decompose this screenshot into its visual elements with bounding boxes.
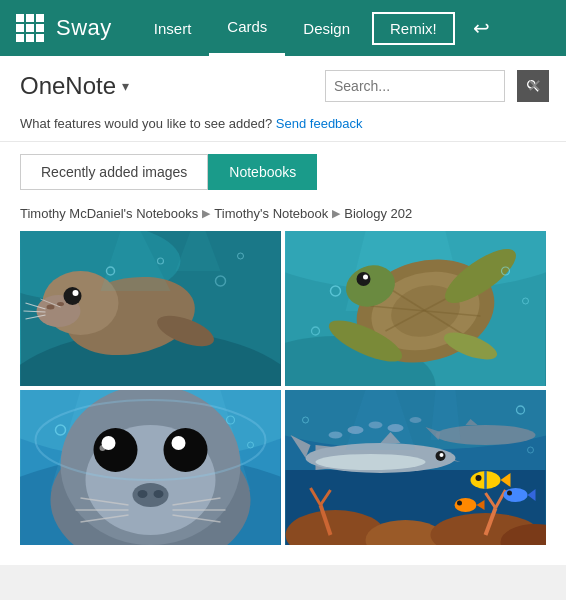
image-cell-2[interactable] xyxy=(20,390,281,545)
breadcrumb-segment-2[interactable]: Biology 202 xyxy=(344,206,412,221)
svg-point-82 xyxy=(316,454,426,470)
nav-item-cards[interactable]: Cards xyxy=(209,0,285,56)
feedback-bar: What features would you like to see adde… xyxy=(0,112,566,142)
svg-point-97 xyxy=(455,498,477,512)
close-icon[interactable]: ✕ xyxy=(523,75,546,97)
brand-logo: Sway xyxy=(56,15,112,41)
grid-menu-icon[interactable] xyxy=(12,10,48,46)
svg-point-54 xyxy=(138,490,148,498)
svg-point-33 xyxy=(363,275,368,280)
svg-point-32 xyxy=(357,272,371,286)
breadcrumb-segment-0[interactable]: Timothy McDaniel's Notebooks xyxy=(20,206,198,221)
svg-point-103 xyxy=(329,432,343,439)
seal2-illustration xyxy=(20,390,281,545)
undo-button[interactable]: ↩ xyxy=(465,12,498,44)
image-cell-1[interactable] xyxy=(285,231,546,386)
tab-notebooks[interactable]: Notebooks xyxy=(208,154,317,190)
turtle-illustration xyxy=(285,231,546,386)
app-title: OneNote ▾ xyxy=(20,72,129,100)
svg-point-9 xyxy=(57,302,64,306)
svg-point-104 xyxy=(410,417,422,423)
svg-point-96 xyxy=(507,491,512,496)
top-nav: Insert Cards Design Remix! ↩ xyxy=(136,0,554,56)
fish-illustration xyxy=(285,390,546,545)
svg-point-94 xyxy=(504,488,528,502)
svg-point-52 xyxy=(100,445,106,451)
main-area: OneNote ▾ ✕ What features would you like… xyxy=(0,56,566,565)
breadcrumb-segment-1[interactable]: Timothy's Notebook xyxy=(214,206,328,221)
svg-point-92 xyxy=(476,475,482,481)
nav-item-insert[interactable]: Insert xyxy=(136,0,210,56)
app-title-text: OneNote xyxy=(20,72,116,100)
breadcrumb-arrow-1: ▶ xyxy=(332,207,340,220)
search-container xyxy=(325,70,505,102)
svg-point-6 xyxy=(64,287,82,305)
breadcrumb-arrow-0: ▶ xyxy=(202,207,210,220)
svg-point-8 xyxy=(47,305,55,310)
breadcrumb: Timothy McDaniel's Notebooks ▶ Timothy's… xyxy=(0,202,566,231)
tab-row: Recently added images Notebooks xyxy=(0,142,566,202)
image-cell-3[interactable] xyxy=(285,390,546,545)
seal1-illustration xyxy=(20,231,281,386)
svg-point-86 xyxy=(440,453,444,457)
grid-dots xyxy=(16,14,44,42)
feedback-link[interactable]: Send feedback xyxy=(276,116,363,131)
title-dropdown-arrow[interactable]: ▾ xyxy=(122,78,129,94)
svg-point-55 xyxy=(154,490,164,498)
svg-point-49 xyxy=(164,428,208,472)
svg-marker-106 xyxy=(431,390,461,440)
nav-item-design[interactable]: Design xyxy=(285,0,368,56)
header-row: OneNote ▾ ✕ xyxy=(0,56,566,112)
search-input[interactable] xyxy=(326,71,517,101)
tab-recently-added[interactable]: Recently added images xyxy=(20,154,208,190)
remix-button[interactable]: Remix! xyxy=(372,12,455,45)
image-cell-0[interactable] xyxy=(20,231,281,386)
svg-point-51 xyxy=(172,436,186,450)
image-grid xyxy=(0,231,566,565)
svg-point-48 xyxy=(94,428,138,472)
svg-point-7 xyxy=(73,290,79,296)
svg-point-99 xyxy=(457,501,462,506)
topbar: Sway Insert Cards Design Remix! ↩ xyxy=(0,0,566,56)
feedback-question: What features would you like to see adde… xyxy=(20,116,272,131)
